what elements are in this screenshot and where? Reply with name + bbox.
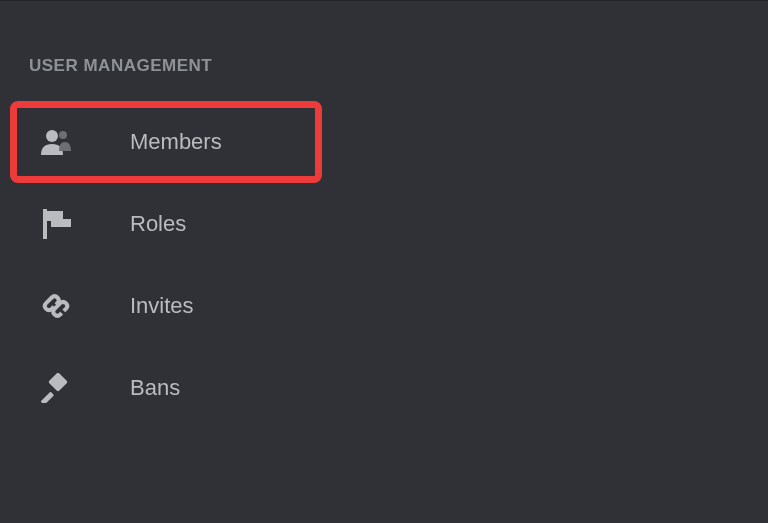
hammer-icon [40, 372, 72, 404]
flag-icon [40, 208, 72, 240]
menu-label-invites: Invites [130, 293, 194, 319]
menu-label-roles: Roles [130, 211, 186, 237]
sidebar-item-roles[interactable]: Roles [10, 183, 322, 265]
sidebar-item-bans[interactable]: Bans [10, 347, 322, 429]
sidebar: USER MANAGEMENT Members Roles [0, 1, 768, 429]
section-header: USER MANAGEMENT [0, 1, 768, 101]
menu-label-members: Members [130, 129, 222, 155]
menu-label-bans: Bans [130, 375, 180, 401]
svg-rect-4 [41, 392, 54, 403]
link-icon [40, 290, 72, 322]
svg-point-0 [46, 130, 58, 142]
svg-point-1 [59, 131, 67, 139]
svg-rect-3 [48, 373, 68, 392]
svg-rect-2 [43, 209, 47, 239]
sidebar-item-invites[interactable]: Invites [10, 265, 322, 347]
members-icon [40, 126, 72, 158]
sidebar-item-members[interactable]: Members [10, 101, 322, 183]
